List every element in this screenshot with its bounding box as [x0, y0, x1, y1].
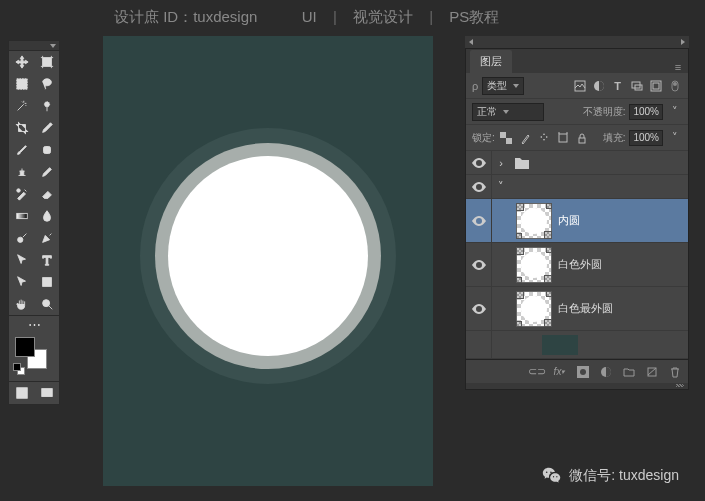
wechat-label: 微信号: tuxdesign	[569, 467, 679, 485]
panel-collapse-bar[interactable]	[465, 36, 689, 48]
visibility-icon[interactable]	[472, 158, 486, 168]
opacity-input[interactable]: 100%	[629, 104, 663, 120]
crop-tool[interactable]	[9, 117, 34, 139]
lock-transparent-icon[interactable]	[499, 130, 514, 145]
visibility-icon[interactable]	[472, 216, 486, 226]
foreground-color-swatch[interactable]	[15, 337, 35, 357]
direct-select-tool[interactable]	[9, 271, 34, 293]
opacity-label: 不透明度:	[583, 105, 626, 119]
marquee-tool[interactable]	[9, 73, 34, 95]
layer-name-label[interactable]: 白色最外圆	[558, 301, 613, 316]
filter-shape-icon[interactable]	[629, 78, 644, 93]
quick-select-tool[interactable]	[34, 95, 59, 117]
group-icon[interactable]	[621, 364, 636, 379]
pencil-tool[interactable]	[34, 161, 59, 183]
type-tool[interactable]	[34, 249, 59, 271]
svg-rect-21	[506, 138, 512, 144]
layer-thumbnail[interactable]	[516, 247, 552, 283]
color-swatches[interactable]	[9, 333, 59, 381]
pen-tool[interactable]	[34, 227, 59, 249]
layer-name-label[interactable]: 内圆	[558, 213, 580, 228]
layer-item[interactable]: 内圆	[466, 199, 688, 243]
healing-brush-tool[interactable]	[34, 139, 59, 161]
svg-point-25	[580, 369, 586, 375]
edit-toolbar-button[interactable]: ⋯	[9, 315, 59, 333]
panel-grip[interactable]	[9, 41, 59, 51]
svg-rect-7	[42, 278, 51, 287]
lock-artboard-icon[interactable]	[556, 130, 571, 145]
layer-item-bg[interactable]	[466, 331, 688, 359]
eyedropper-tool[interactable]	[34, 117, 59, 139]
gradient-tool[interactable]	[9, 205, 34, 227]
mid-ring-shape	[155, 143, 381, 369]
fill-input[interactable]: 100%	[629, 130, 663, 146]
filter-pixel-icon[interactable]	[572, 78, 587, 93]
layer-item[interactable]: 白色外圆	[466, 243, 688, 287]
move-tool[interactable]	[9, 51, 34, 73]
filter-smart-icon[interactable]	[648, 78, 663, 93]
folder-icon	[514, 156, 530, 170]
blend-mode-select[interactable]: 正常	[472, 103, 544, 121]
filter-type-icon[interactable]: T	[610, 78, 625, 93]
visibility-icon[interactable]	[472, 260, 486, 270]
layer-group-row[interactable]: ˅	[466, 175, 688, 199]
trash-icon[interactable]	[667, 364, 682, 379]
filter-toggle-icon[interactable]	[667, 78, 682, 93]
panel-resize-grip[interactable]	[466, 383, 688, 389]
clone-stamp-tool[interactable]	[9, 161, 34, 183]
fill-label: 填充:	[603, 131, 626, 145]
chevron-down-icon[interactable]: ˅	[492, 180, 510, 193]
divider-icon: |	[429, 8, 433, 25]
lasso-tool[interactable]	[34, 73, 59, 95]
layer-thumbnail[interactable]	[516, 291, 552, 327]
visibility-icon[interactable]	[472, 304, 486, 314]
eraser-tool[interactable]	[34, 183, 59, 205]
zoom-tool[interactable]	[34, 293, 59, 315]
artboard-tool[interactable]	[34, 51, 59, 73]
visibility-icon[interactable]	[472, 182, 486, 192]
layer-thumbnail[interactable]	[542, 335, 578, 355]
lock-image-icon[interactable]	[518, 130, 533, 145]
tag-ui: UI	[302, 8, 317, 25]
filter-adjust-icon[interactable]	[591, 78, 606, 93]
canvas-document[interactable]	[103, 36, 433, 486]
chevron-right-icon[interactable]: ›	[492, 157, 510, 169]
history-brush-tool[interactable]	[9, 183, 34, 205]
layers-panel: 图层 ≡ ρ 类型 T 正常 不透明度: 100% ˅ 锁定:	[465, 48, 689, 390]
hand-tool[interactable]	[9, 293, 34, 315]
layer-filter-row: ρ 类型 T	[466, 73, 688, 99]
layer-name-label[interactable]: 白色外圆	[558, 257, 602, 272]
lock-position-icon[interactable]	[537, 130, 552, 145]
brush-tool[interactable]	[9, 139, 34, 161]
layer-item[interactable]: 白色最外圆	[466, 287, 688, 331]
lock-all-icon[interactable]	[575, 130, 590, 145]
adjustment-icon[interactable]	[598, 364, 613, 379]
screenmode-tool[interactable]	[34, 382, 59, 404]
svg-point-8	[42, 300, 49, 307]
filter-type-select[interactable]: 类型	[482, 77, 524, 95]
link-icon[interactable]: ⊂⊃	[529, 364, 544, 379]
chevron-down-icon[interactable]: ˅	[667, 104, 682, 119]
tab-layers[interactable]: 图层	[470, 50, 512, 73]
blend-opacity-row: 正常 不透明度: 100% ˅	[466, 99, 688, 125]
dodge-tool[interactable]	[9, 227, 34, 249]
divider-icon: |	[333, 8, 337, 25]
shape-tool[interactable]	[34, 271, 59, 293]
fx-icon[interactable]: fx▾	[552, 364, 567, 379]
brand-text: 设计庶 ID：tuxdesign	[114, 8, 257, 25]
wechat-credit: 微信号: tuxdesign	[541, 465, 679, 487]
svg-rect-0	[42, 58, 51, 67]
chevron-down-icon[interactable]: ˅	[667, 130, 682, 145]
layer-thumbnail[interactable]	[516, 203, 552, 239]
layer-list: › ˅ 内圆 白色外圆 白色最外圆	[466, 151, 688, 359]
default-colors-icon[interactable]	[13, 363, 27, 377]
path-select-tool[interactable]	[9, 249, 34, 271]
blur-tool[interactable]	[34, 205, 59, 227]
panel-menu-icon[interactable]: ≡	[668, 61, 688, 73]
layer-group-row[interactable]: ›	[466, 151, 688, 175]
svg-point-2	[44, 102, 49, 107]
new-layer-icon[interactable]	[644, 364, 659, 379]
mask-icon[interactable]	[575, 364, 590, 379]
quickmask-tool[interactable]	[9, 382, 34, 404]
magic-wand-tool[interactable]	[9, 95, 34, 117]
